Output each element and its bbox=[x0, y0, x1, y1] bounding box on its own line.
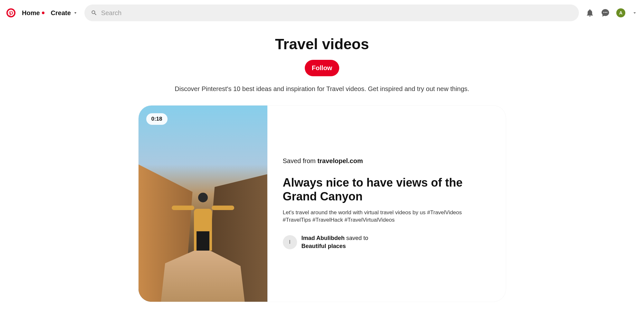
notification-dot-icon bbox=[42, 12, 44, 14]
video-duration-badge: 0:18 bbox=[146, 113, 168, 125]
bell-icon[interactable] bbox=[585, 8, 594, 17]
pin-image[interactable]: 0:18 bbox=[139, 106, 267, 302]
chevron-down-icon bbox=[73, 10, 78, 15]
saver-name[interactable]: Imad Abulibdeh bbox=[302, 235, 345, 241]
create-label: Create bbox=[51, 9, 71, 17]
search-input[interactable] bbox=[101, 9, 572, 17]
person-illustration bbox=[182, 193, 224, 251]
create-nav[interactable]: Create bbox=[51, 9, 78, 17]
header: Home Create A bbox=[0, 0, 644, 26]
main-content: Travel videos Follow Discover Pinterest'… bbox=[64, 26, 580, 311]
saved-from-domain: travelopel.com bbox=[317, 157, 363, 164]
home-label: Home bbox=[22, 9, 40, 17]
messages-icon[interactable] bbox=[601, 8, 610, 17]
saver-row: I Imad Abulibdeh saved to Beautiful plac… bbox=[283, 234, 490, 250]
saver-avatar-initial: I bbox=[289, 239, 290, 245]
saved-to-text: saved to bbox=[345, 235, 368, 241]
user-avatar[interactable]: A bbox=[616, 8, 625, 17]
pinterest-logo[interactable] bbox=[6, 8, 15, 17]
page-title: Travel videos bbox=[71, 35, 573, 53]
account-chevron-down-icon[interactable] bbox=[632, 10, 638, 16]
pin-body: Saved from travelopel.com Always nice to… bbox=[267, 106, 506, 302]
pin-description: Let's travel around the world with virtu… bbox=[283, 209, 490, 224]
saved-from[interactable]: Saved from travelopel.com bbox=[283, 157, 490, 165]
saver-avatar[interactable]: I bbox=[283, 235, 297, 249]
search-icon bbox=[91, 10, 97, 16]
pinterest-icon bbox=[8, 10, 14, 16]
search-bar[interactable] bbox=[84, 5, 579, 21]
follow-button[interactable]: Follow bbox=[305, 60, 339, 76]
saver-text: Imad Abulibdeh saved to Beautiful places bbox=[302, 234, 368, 250]
pin-card: 0:18 Saved from travelopel.com Always ni… bbox=[139, 106, 506, 302]
avatar-initial: A bbox=[619, 10, 622, 15]
page-description: Discover Pinterest's 10 best ideas and i… bbox=[71, 85, 573, 93]
saved-from-prefix: Saved from bbox=[283, 157, 318, 164]
home-nav[interactable]: Home bbox=[22, 9, 44, 17]
pin-title[interactable]: Always nice to have views of the Grand C… bbox=[283, 176, 490, 203]
saver-board[interactable]: Beautiful places bbox=[302, 243, 346, 249]
